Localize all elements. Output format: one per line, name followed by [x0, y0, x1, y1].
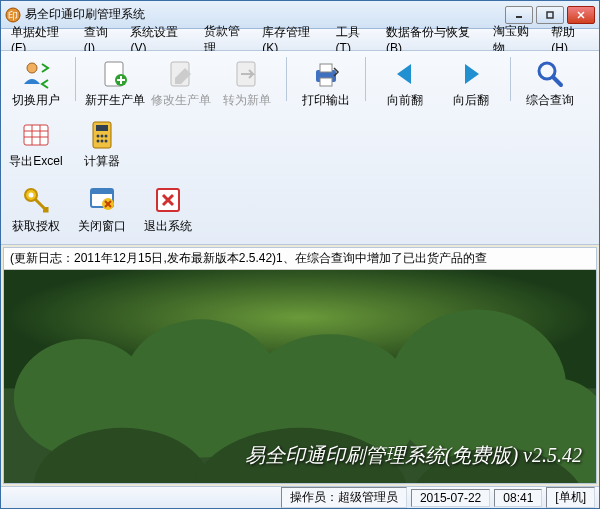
- modify-production-label: 修改生产单: [151, 92, 211, 109]
- status-operator: 操作员：超级管理员: [281, 487, 407, 508]
- status-operator-value: 超级管理员: [338, 490, 398, 504]
- toolbar-separator: [286, 57, 287, 101]
- exit-icon: [152, 184, 184, 216]
- excel-icon: [20, 119, 52, 151]
- svg-rect-22: [96, 125, 108, 131]
- new-production-label: 新开生产单: [85, 92, 145, 109]
- close-window-button[interactable]: 关闭窗口: [73, 181, 131, 238]
- svg-point-6: [27, 63, 37, 73]
- content-area: (更新日志：2011年12月15日,发布最新版本2.5.42)1、在综合查询中增…: [3, 247, 597, 484]
- arrow-right-icon: [455, 58, 487, 90]
- print-label: 打印输出: [302, 92, 350, 109]
- svg-point-27: [101, 140, 104, 143]
- toolbar-separator: [365, 57, 366, 101]
- svg-rect-32: [91, 189, 113, 194]
- calculator-label: 计算器: [84, 153, 120, 170]
- doc-edit-icon: [165, 58, 197, 90]
- exit-system-button[interactable]: 退出系统: [139, 181, 197, 238]
- export-excel-label: 导出Excel: [9, 153, 62, 170]
- svg-point-30: [29, 193, 34, 198]
- get-license-label: 获取授权: [12, 218, 60, 235]
- svg-rect-13: [320, 78, 332, 86]
- new-production-button[interactable]: 新开生产单: [86, 55, 144, 112]
- toolbar-separator: [75, 57, 76, 101]
- svg-rect-12: [320, 64, 332, 72]
- search-icon: [534, 58, 566, 90]
- svg-point-23: [97, 135, 100, 138]
- exit-system-label: 退出系统: [144, 218, 192, 235]
- close-button[interactable]: [567, 6, 595, 24]
- switch-user-button[interactable]: 切换用户: [7, 55, 65, 112]
- svg-point-26: [97, 140, 100, 143]
- modify-production-button: 修改生产单: [152, 55, 210, 112]
- status-time: 08:41: [494, 489, 542, 507]
- to-new-order-button: 转为新单: [218, 55, 276, 112]
- to-new-order-label: 转为新单: [223, 92, 271, 109]
- page-prev-label: 向前翻: [387, 92, 423, 109]
- page-prev-button[interactable]: 向前翻: [376, 55, 434, 112]
- window-title: 易全印通印刷管理系统: [25, 6, 505, 23]
- win-close-icon: [86, 184, 118, 216]
- close-window-label: 关闭窗口: [78, 218, 126, 235]
- svg-point-24: [101, 135, 104, 138]
- user-swap-icon: [20, 58, 52, 90]
- status-operator-label: 操作员：: [290, 490, 338, 504]
- svg-rect-3: [547, 12, 553, 18]
- svg-rect-16: [24, 125, 48, 145]
- toolbar-separator: [510, 57, 511, 101]
- printer-icon: [310, 58, 342, 90]
- get-license-button[interactable]: 获取授权: [7, 181, 65, 238]
- calc-icon: [86, 119, 118, 151]
- app-icon: 印: [5, 7, 21, 23]
- menubar: 单据处理(F)查询(I)系统设置(V)货款管理库存管理(K)工具(T)数据备份与…: [1, 29, 599, 51]
- export-excel-button[interactable]: 导出Excel: [7, 116, 65, 173]
- key-icon: [20, 184, 52, 216]
- doc-new-icon: [99, 58, 131, 90]
- status-date: 2015-07-22: [411, 489, 490, 507]
- overlay-title: 易全印通印刷管理系统(免费版) v2.5.42: [245, 442, 582, 469]
- switch-user-label: 切换用户: [12, 92, 60, 109]
- svg-point-28: [105, 140, 108, 143]
- news-ticker: (更新日志：2011年12月15日,发布最新版本2.5.42)1、在综合查询中增…: [4, 248, 596, 270]
- svg-point-25: [105, 135, 108, 138]
- calculator-button[interactable]: 计算器: [73, 116, 131, 173]
- comprehensive-query-button[interactable]: 综合查询: [521, 55, 579, 112]
- print-button[interactable]: 打印输出: [297, 55, 355, 112]
- status-mode: [单机]: [546, 487, 595, 508]
- toolbar: 切换用户新开生产单修改生产单转为新单打印输出向前翻向后翻综合查询导出Excel计…: [1, 51, 599, 245]
- comprehensive-query-label: 综合查询: [526, 92, 574, 109]
- svg-text:印: 印: [8, 10, 18, 21]
- statusbar: 操作员：超级管理员 2015-07-22 08:41 [单机]: [1, 486, 599, 508]
- page-next-button[interactable]: 向后翻: [442, 55, 500, 112]
- doc-convert-icon: [231, 58, 263, 90]
- background-image: 易全印通印刷管理系统(免费版) v2.5.42: [4, 270, 596, 483]
- page-next-label: 向后翻: [453, 92, 489, 109]
- arrow-left-icon: [389, 58, 421, 90]
- svg-line-15: [553, 77, 561, 85]
